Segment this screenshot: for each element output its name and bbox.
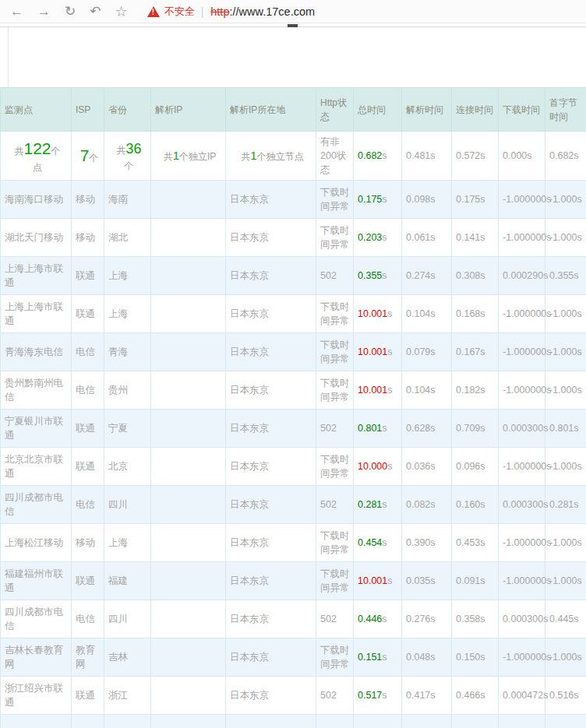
table-row: 青海海东电信 电信 青海 日本东京 下载时间异常 10.001s 0.079s … <box>1 333 586 371</box>
total-time-unit: s <box>382 614 387 624</box>
firstbyte-time-cell: -1.000s <box>545 638 586 677</box>
url-text[interactable]: http://www.17ce.com <box>210 5 315 18</box>
http-status-cell: 下载时间异常 <box>316 562 354 600</box>
download-time-cell: -1.000000s <box>499 181 545 219</box>
total-time-cell: 10.001s <box>354 333 402 371</box>
dns-time-cell <box>402 715 452 728</box>
province-cell: 上海 <box>104 524 151 562</box>
summary-node-value: 1 <box>250 149 256 162</box>
dns-time-cell: 0.390s <box>402 524 452 562</box>
address-bar[interactable]: 不安全 | http://www.17ce.com <box>147 5 315 19</box>
summary-isp-unit: 个 <box>89 153 98 164</box>
total-time-unit: s <box>382 232 387 243</box>
download-time-cell: -1.000000s <box>499 295 545 333</box>
ip-location-cell: 日本东京 <box>226 448 316 486</box>
forward-arrow-icon[interactable]: → <box>37 5 51 18</box>
security-warning-label[interactable]: 不安全 <box>164 5 195 19</box>
resolved-ip-cell <box>151 562 226 600</box>
total-time-value: 0.801 <box>358 423 382 434</box>
test-results-table-wrap: 监测点 ISP 省份 解析IP 解析IP所在地 Http状态 总时间 解析时间 … <box>0 87 586 728</box>
total-time-unit: s <box>382 423 387 434</box>
summary-node-unit: 个独立节点 <box>257 151 304 162</box>
dns-time-cell: 0.035s <box>402 562 452 600</box>
undo-icon[interactable]: ↶ <box>90 5 101 18</box>
dns-time-cell: 0.036s <box>402 448 452 486</box>
download-time-cell: 0.000300s <box>499 486 545 524</box>
province-cell: 四川 <box>104 486 151 524</box>
total-time-unit: s <box>382 537 387 548</box>
ip-location-cell: 日本东京 <box>226 600 316 638</box>
isp-cell: 教育网 <box>72 638 104 677</box>
col-header-connect-time: 连接时间 <box>452 88 499 132</box>
isp-cell: 移动 <box>72 181 104 219</box>
table-row: 湖北天门移动 移动 湖北 日本东京 下载时间异常 0.203s 0.061s 0… <box>1 219 586 257</box>
download-time-cell: -1.000000s <box>499 638 545 677</box>
monitor-point-cell: 上海松江移动 <box>1 524 72 562</box>
connect-time-cell: 0.091s <box>452 562 499 600</box>
download-time-cell: -1.000000s <box>499 333 545 371</box>
isp-cell: 联通 <box>72 257 104 295</box>
province-cell: 福建 <box>104 562 151 600</box>
ip-location-cell: 日本东京 <box>226 219 316 257</box>
ip-location-cell: 日本东京 <box>226 410 316 448</box>
back-arrow-icon[interactable]: ← <box>10 5 23 18</box>
reload-icon[interactable]: ↻ <box>65 5 76 18</box>
bookmark-star-icon[interactable]: ☆ <box>115 5 128 19</box>
resolved-ip-cell <box>151 219 226 257</box>
isp-cell: 联通 <box>72 295 104 333</box>
province-cell: 贵州 <box>104 371 151 410</box>
summary-unique-ips: 共1个独立IP <box>151 132 226 181</box>
connect-time-cell: 0.308s <box>452 257 499 295</box>
security-warning-icon[interactable] <box>147 6 160 17</box>
province-cell: 上海 <box>104 257 151 295</box>
http-status-cell: 502 <box>316 677 354 715</box>
dns-time-cell: 0.082s <box>402 486 452 524</box>
ip-location-cell: 日本东京 <box>226 677 316 715</box>
table-row: 上海松江移动 移动 上海 日本东京 下载时间异常 0.454s 0.390s 0… <box>1 524 586 562</box>
connect-time-cell: 0.141s <box>452 219 499 257</box>
resolved-ip-cell <box>151 600 226 638</box>
firstbyte-time-cell: 0.516s <box>545 677 586 715</box>
province-cell: 宁夏 <box>104 410 151 448</box>
resolved-ip-cell <box>151 181 226 219</box>
summary-total-time: 0.682s <box>354 132 402 181</box>
total-time-cell: 0.281s <box>354 486 402 524</box>
resolved-ip-cell <box>151 371 226 410</box>
http-status-cell: 下载时 <box>316 715 354 728</box>
total-time-cell: 0.355s <box>354 257 402 295</box>
col-header-monitor-point: 监测点 <box>1 88 72 132</box>
total-time-unit: s <box>387 575 392 586</box>
connect-time-cell: 0.175s <box>452 181 499 219</box>
monitor-point-cell: 贵州黔南州电信 <box>1 371 72 410</box>
http-status-cell: 下载时间异常 <box>316 181 354 219</box>
monitor-point-cell: 宁夏银川市联通 <box>1 410 72 448</box>
connect-time-cell: 0.168s <box>452 295 499 333</box>
download-time-cell <box>499 715 545 728</box>
http-status-cell: 下载时间异常 <box>316 295 354 333</box>
total-time-value: 0.175 <box>358 194 382 205</box>
firstbyte-time-cell: 0.281s <box>545 486 586 524</box>
clipped-content-fragment <box>288 24 298 27</box>
address-separator: | <box>201 5 204 18</box>
summary-prov-value: 36 <box>125 141 141 157</box>
total-time-cell: 10.001s <box>354 295 402 333</box>
total-time-value: 0.281 <box>358 499 382 510</box>
resolved-ip-cell <box>151 524 226 562</box>
monitor-point-cell: 北京北京市联通 <box>1 448 72 486</box>
firstbyte-time-cell: -1.000s <box>545 219 586 257</box>
firstbyte-time-cell: -1.000s <box>545 181 586 219</box>
col-header-firstbyte-time: 首字节时间 <box>545 88 586 132</box>
monitor-point-cell: 四川成都市电信 <box>1 600 72 638</box>
total-time-cell: 0.446s <box>354 600 402 638</box>
monitor-point-cell: 河南三门峡移 <box>1 715 72 728</box>
monitor-point-cell: 上海上海市联通 <box>1 295 72 333</box>
summary-isp-value: 7 <box>80 146 90 164</box>
summary-connect-time: 0.572s <box>452 132 499 181</box>
col-header-dns-time: 解析时间 <box>402 88 452 132</box>
table-row: 海南海口移动 移动 海南 日本东京 下载时间异常 0.175s 0.098s 0… <box>1 181 586 219</box>
col-header-resolved-ip: 解析IP <box>151 88 226 132</box>
download-time-cell: -1.000000s <box>499 562 545 600</box>
total-time-cell: 10.001s <box>354 562 402 600</box>
total-time-unit: s <box>382 690 387 701</box>
monitor-point-cell: 浙江绍兴市联通 <box>1 677 72 715</box>
